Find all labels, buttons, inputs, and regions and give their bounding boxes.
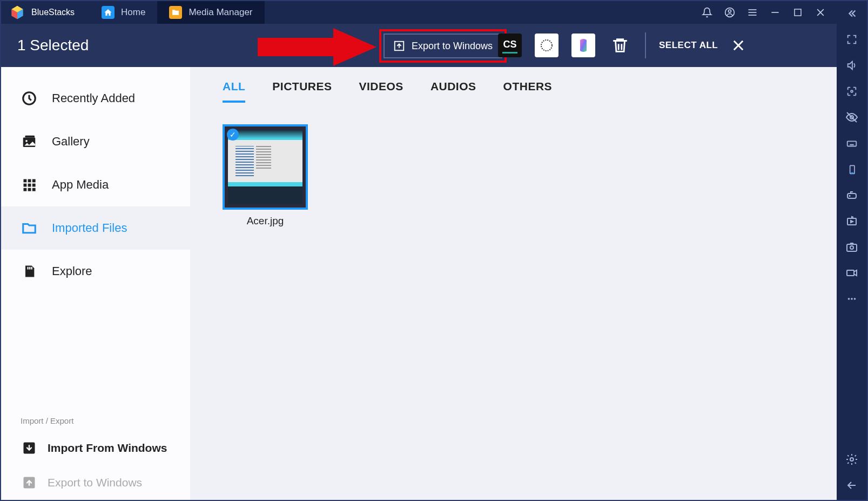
minimize-icon[interactable] (770, 7, 780, 18)
svg-point-50 (851, 298, 853, 300)
svg-rect-9 (258, 38, 333, 56)
svg-rect-43 (851, 173, 853, 173)
export-to-windows-sidebar-button[interactable]: Export to Windows (1, 465, 190, 500)
filter-tab-others[interactable]: OTHERS (503, 80, 553, 103)
filter-tab-all[interactable]: ALL (223, 80, 245, 103)
eye-off-icon[interactable] (845, 110, 859, 124)
notification-icon[interactable] (702, 7, 712, 18)
export-icon (21, 474, 38, 491)
select-all-button[interactable]: SELECT ALL (659, 40, 718, 51)
close-selection-button[interactable] (731, 38, 746, 53)
location-icon[interactable] (845, 84, 859, 98)
camera-app-icon[interactable] (535, 34, 559, 57)
sidebar-item-label: Explore (52, 264, 92, 278)
delete-button[interactable] (608, 34, 632, 57)
import-from-windows-button[interactable]: Import From Windows (1, 431, 190, 465)
svg-point-47 (850, 246, 853, 249)
filter-tab-pictures[interactable]: PICTURES (272, 80, 332, 103)
svg-point-38 (851, 90, 853, 92)
svg-rect-25 (28, 179, 31, 183)
svg-rect-48 (847, 270, 854, 276)
record-icon[interactable] (845, 266, 859, 280)
svg-rect-15 (537, 36, 556, 55)
svg-rect-27 (24, 184, 27, 187)
svg-point-49 (848, 298, 850, 300)
trash-icon (611, 36, 629, 55)
menu-icon[interactable] (747, 7, 758, 18)
account-icon[interactable] (724, 7, 735, 18)
svg-rect-41 (847, 141, 857, 146)
folder-icon (169, 6, 182, 19)
export-icon (393, 40, 405, 52)
export-button-highlight: Export to Windows (379, 29, 507, 63)
media-item[interactable]: ✓ Acer.jpg (223, 124, 308, 227)
arrow-annotation (258, 28, 376, 68)
faceapp-icon[interactable] (571, 34, 595, 57)
sidebar-item-label: Gallery (52, 135, 90, 149)
selected-check-icon: ✓ (227, 129, 239, 141)
svg-rect-26 (32, 179, 36, 183)
filter-tab-audios[interactable]: AUDIOS (430, 80, 476, 103)
sidebar-item-imported-files[interactable]: Imported Files (1, 206, 190, 250)
import-label: Import From Windows (48, 442, 167, 455)
sidebar-item-label: Recently Added (52, 91, 135, 105)
tab-home[interactable]: Home (90, 1, 157, 24)
macro-icon[interactable] (845, 214, 859, 228)
home-icon (102, 6, 115, 19)
screenshot-icon[interactable] (845, 240, 859, 254)
svg-rect-46 (847, 244, 857, 251)
svg-rect-28 (28, 184, 31, 187)
media-thumbnail[interactable]: ✓ (223, 124, 308, 210)
svg-rect-34 (29, 267, 30, 270)
collapse-icon[interactable] (845, 6, 859, 21)
filter-tab-videos[interactable]: VIDEOS (359, 80, 403, 103)
sidebar-item-label: App Media (52, 178, 109, 192)
export-button-label: Export to Windows (412, 41, 493, 52)
sidebar-section-label: Import / Export (1, 408, 190, 431)
tab-media-manager[interactable]: Media Manager (157, 1, 264, 24)
svg-rect-6 (795, 9, 801, 16)
sidebar-item-gallery[interactable]: Gallery (1, 120, 190, 163)
svg-text:CS: CS (503, 39, 516, 50)
volume-icon[interactable] (845, 58, 859, 72)
svg-rect-44 (847, 193, 856, 198)
gallery-icon (21, 133, 38, 150)
settings-icon[interactable] (845, 452, 859, 466)
import-icon (21, 439, 38, 457)
rotate-icon[interactable] (845, 162, 859, 176)
svg-rect-33 (28, 267, 29, 270)
sidebar-item-explore[interactable]: Explore (1, 250, 190, 293)
svg-rect-31 (28, 188, 31, 191)
media-filename: Acer.jpg (247, 215, 284, 227)
svg-rect-30 (24, 188, 27, 191)
svg-rect-32 (32, 188, 36, 191)
grid-icon (21, 176, 38, 193)
svg-point-23 (25, 140, 28, 142)
clock-icon (21, 90, 38, 107)
gamepad-icon[interactable] (845, 188, 859, 202)
svg-rect-35 (31, 267, 32, 270)
fullscreen-icon[interactable] (845, 32, 859, 46)
svg-rect-29 (32, 184, 36, 187)
svg-rect-24 (24, 179, 27, 183)
svg-point-1 (729, 10, 731, 12)
sidebar-item-label: Imported Files (52, 221, 127, 235)
export-label: Export to Windows (48, 476, 142, 489)
right-toolbar (837, 1, 867, 500)
filter-tabs: ALL PICTURES VIDEOS AUDIOS OTHERS (190, 67, 837, 103)
export-to-windows-button[interactable]: Export to Windows (383, 34, 502, 58)
maximize-icon[interactable] (792, 7, 803, 18)
keyboard-icon[interactable] (845, 136, 859, 150)
selection-count: 1 Selected (17, 37, 89, 54)
tab-label: Home (121, 7, 145, 18)
bluestacks-logo (10, 5, 25, 20)
sidebar-item-recently-added[interactable]: Recently Added (1, 77, 190, 120)
camscanner-app-icon[interactable]: CS (498, 34, 522, 57)
more-icon[interactable] (845, 292, 859, 306)
svg-point-52 (850, 458, 853, 461)
back-icon[interactable] (845, 478, 859, 492)
sidebar: Recently Added Gallery App Media Importe… (1, 67, 190, 500)
sidebar-item-app-media[interactable]: App Media (1, 163, 190, 206)
close-icon[interactable] (815, 7, 826, 18)
folder-icon (21, 219, 38, 237)
